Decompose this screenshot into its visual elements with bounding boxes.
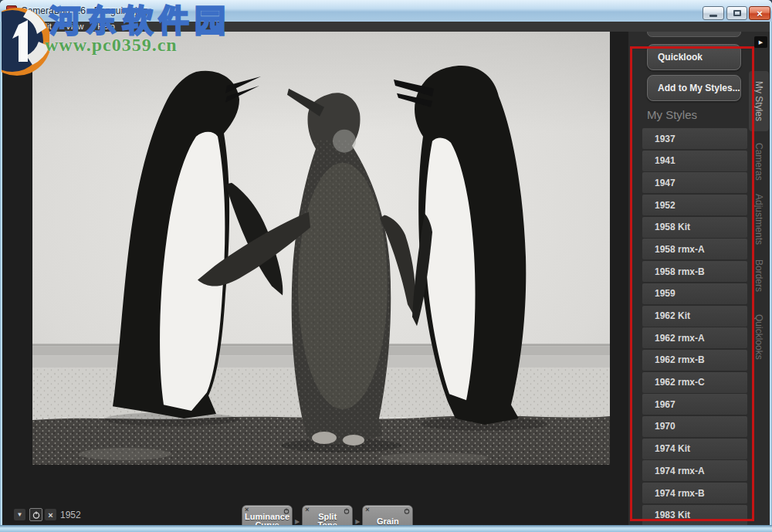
close-icon: × (48, 510, 52, 520)
close-button[interactable]: × (749, 6, 770, 20)
style-row[interactable]: 1937 (642, 128, 747, 149)
add-to-my-styles-button[interactable]: Add to My Styles... (647, 75, 741, 101)
minimize-icon (709, 15, 717, 17)
maximize-button[interactable] (726, 6, 747, 20)
power-icon (32, 511, 40, 519)
scrolled-button-sliver (647, 32, 741, 37)
style-list: 1937 1941 1947 1952 1958 Kit 1958 rmx-A … (642, 128, 747, 525)
style-row[interactable]: 1983 Kit (642, 505, 747, 525)
titlebar: CameraBag 2.6 - Penguins.jpg × (0, 0, 772, 22)
style-row[interactable]: 1962 rmx-B (642, 350, 747, 371)
style-row[interactable]: 1947 (642, 172, 747, 193)
style-row[interactable]: 1958 rmx-B (642, 261, 747, 282)
maximize-icon (733, 10, 741, 16)
menu-item-file[interactable]: File (2, 22, 30, 32)
window-frame-bottom (0, 525, 772, 532)
style-row[interactable]: 1958 rmx-A (642, 239, 747, 259)
window-title: CameraBag 2.6 - Penguins.jpg (21, 5, 147, 16)
tab-quicklooks[interactable]: Quicklooks (750, 307, 767, 366)
tile-power-icon[interactable] (344, 507, 350, 516)
tab-cameras[interactable]: Cameras (750, 136, 767, 187)
style-row[interactable]: 1959 (642, 283, 747, 304)
tab-adjustments[interactable]: Adjustments (750, 190, 767, 249)
style-row[interactable]: 1967 (642, 394, 747, 415)
tile-remove-icon[interactable]: × (245, 506, 249, 514)
menubar: File Edit View Help (2, 22, 770, 32)
style-row[interactable]: 1962 rmx-C (642, 372, 747, 393)
style-dropdown-button[interactable]: ▼ (14, 509, 25, 520)
tile-power-icon[interactable] (283, 507, 290, 516)
sidebar-tabstrip: ▶ My Styles Cameras Adjustments Borders … (747, 32, 770, 525)
quicklook-button[interactable]: Quicklook (647, 44, 741, 70)
menu-item-edit[interactable]: Edit (30, 22, 59, 32)
arrow-right-icon: ▶ (759, 39, 763, 46)
close-icon: × (757, 8, 763, 19)
tile-power-icon[interactable] (404, 507, 410, 516)
chevron-right-icon: ▶ (355, 518, 360, 525)
sidebar: Quicklook Add to My Styles... My Styles … (628, 32, 770, 525)
tile-label-line1: Grain (377, 517, 399, 526)
style-remove-button[interactable]: × (45, 509, 56, 520)
style-power-button[interactable] (29, 508, 42, 521)
style-row[interactable]: 1974 rmx-B (642, 483, 747, 503)
app-icon (6, 5, 17, 16)
current-style-label: 1952 (60, 510, 81, 520)
tab-borders[interactable]: Borders (750, 253, 767, 298)
photo-penguins (32, 32, 610, 465)
minimize-button[interactable] (703, 6, 724, 20)
app-window: CameraBag 2.6 - Penguins.jpg × File Edit… (0, 0, 772, 532)
style-row[interactable]: 1952 (642, 195, 747, 215)
window-frame-left (0, 22, 2, 525)
chevron-down-icon: ▼ (17, 511, 23, 518)
style-row[interactable]: 1974 Kit (642, 439, 747, 459)
style-row[interactable]: 1962 rmx-A (642, 327, 747, 348)
style-row[interactable]: 1974 rmx-A (642, 460, 747, 481)
style-row[interactable]: 1970 (642, 416, 747, 437)
menu-item-view[interactable]: View (59, 22, 91, 32)
chevron-right-icon: ▶ (295, 518, 300, 525)
tile-remove-icon[interactable]: × (305, 506, 309, 514)
style-row[interactable]: 1962 Kit (642, 306, 747, 327)
collapse-panel-button[interactable]: ▶ (754, 36, 767, 48)
my-styles-section-title: My Styles (647, 108, 697, 121)
menu-item-help[interactable]: Help (90, 22, 122, 32)
tile-remove-icon[interactable]: × (365, 506, 369, 514)
tab-my-styles[interactable]: My Styles (749, 71, 769, 131)
style-row[interactable]: 1958 Kit (642, 217, 747, 238)
canvas: × Luminance Curve ▶ × Split Tone ▶ × (2, 32, 628, 525)
style-row[interactable]: 1941 (642, 151, 747, 171)
